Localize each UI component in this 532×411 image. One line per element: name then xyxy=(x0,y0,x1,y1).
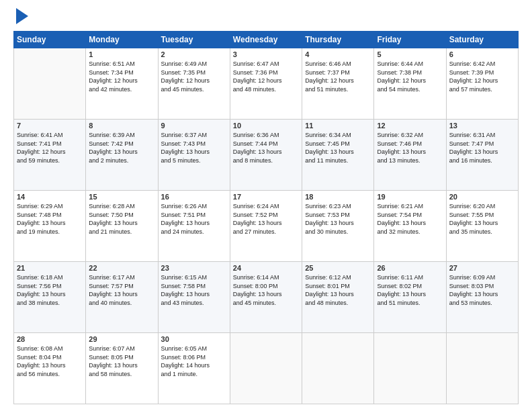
day-info: Sunrise: 6:11 AM Sunset: 8:02 PM Dayligh… xyxy=(377,273,443,307)
calendar-cell: 15Sunrise: 6:28 AM Sunset: 7:50 PM Dayli… xyxy=(86,191,158,262)
calendar-cell: 11Sunrise: 6:34 AM Sunset: 7:45 PM Dayli… xyxy=(302,120,374,191)
calendar-cell: 5Sunrise: 6:44 AM Sunset: 7:38 PM Daylig… xyxy=(374,48,446,120)
day-info: Sunrise: 6:31 AM Sunset: 7:47 PM Dayligh… xyxy=(449,131,515,165)
col-header-sunday: Sunday xyxy=(14,32,86,48)
calendar-cell: 9Sunrise: 6:37 AM Sunset: 7:43 PM Daylig… xyxy=(158,120,230,191)
calendar-body: 1Sunrise: 6:51 AM Sunset: 7:34 PM Daylig… xyxy=(14,48,519,404)
calendar-cell: 13Sunrise: 6:31 AM Sunset: 7:47 PM Dayli… xyxy=(446,120,518,191)
calendar-header: SundayMondayTuesdayWednesdayThursdayFrid… xyxy=(14,32,519,48)
day-number: 14 xyxy=(17,193,83,201)
calendar-cell xyxy=(302,333,374,404)
day-info: Sunrise: 6:07 AM Sunset: 8:05 PM Dayligh… xyxy=(89,345,154,378)
day-number: 30 xyxy=(161,335,227,343)
logo xyxy=(13,11,28,24)
day-number: 10 xyxy=(233,122,299,130)
calendar-cell: 10Sunrise: 6:36 AM Sunset: 7:44 PM Dayli… xyxy=(230,120,302,191)
calendar-cell xyxy=(446,333,518,404)
calendar-cell: 7Sunrise: 6:41 AM Sunset: 7:41 PM Daylig… xyxy=(14,120,86,191)
day-number: 12 xyxy=(377,122,443,130)
day-number: 8 xyxy=(89,122,154,130)
calendar-cell: 1Sunrise: 6:51 AM Sunset: 7:34 PM Daylig… xyxy=(86,48,158,120)
day-number: 11 xyxy=(305,122,371,130)
day-info: Sunrise: 6:15 AM Sunset: 7:58 PM Dayligh… xyxy=(161,273,227,307)
calendar-cell xyxy=(230,333,302,404)
calendar-cell: 20Sunrise: 6:20 AM Sunset: 7:55 PM Dayli… xyxy=(446,191,518,262)
day-number: 27 xyxy=(449,264,515,272)
calendar-cell xyxy=(14,48,86,120)
calendar-cell: 19Sunrise: 6:21 AM Sunset: 7:54 PM Dayli… xyxy=(374,191,446,262)
calendar-cell: 3Sunrise: 6:47 AM Sunset: 7:36 PM Daylig… xyxy=(230,48,302,120)
page: SundayMondayTuesdayWednesdayThursdayFrid… xyxy=(0,0,532,411)
day-info: Sunrise: 6:18 AM Sunset: 7:56 PM Dayligh… xyxy=(17,273,83,307)
calendar-cell: 23Sunrise: 6:15 AM Sunset: 7:58 PM Dayli… xyxy=(158,262,230,333)
day-info: Sunrise: 6:12 AM Sunset: 8:01 PM Dayligh… xyxy=(305,273,371,307)
calendar-cell: 29Sunrise: 6:07 AM Sunset: 8:05 PM Dayli… xyxy=(86,333,158,404)
day-number: 16 xyxy=(161,193,227,201)
calendar-cell: 18Sunrise: 6:23 AM Sunset: 7:53 PM Dayli… xyxy=(302,191,374,262)
day-info: Sunrise: 6:05 AM Sunset: 8:06 PM Dayligh… xyxy=(161,345,227,378)
day-number: 1 xyxy=(89,50,154,58)
day-info: Sunrise: 6:26 AM Sunset: 7:51 PM Dayligh… xyxy=(161,202,227,236)
day-info: Sunrise: 6:14 AM Sunset: 8:00 PM Dayligh… xyxy=(233,273,299,307)
calendar-cell: 21Sunrise: 6:18 AM Sunset: 7:56 PM Dayli… xyxy=(14,262,86,333)
day-info: Sunrise: 6:34 AM Sunset: 7:45 PM Dayligh… xyxy=(305,131,371,165)
day-info: Sunrise: 6:44 AM Sunset: 7:38 PM Dayligh… xyxy=(377,60,443,93)
calendar-cell: 22Sunrise: 6:17 AM Sunset: 7:57 PM Dayli… xyxy=(86,262,158,333)
day-info: Sunrise: 6:41 AM Sunset: 7:41 PM Dayligh… xyxy=(17,131,83,165)
day-info: Sunrise: 6:09 AM Sunset: 8:03 PM Dayligh… xyxy=(449,273,515,307)
day-number: 2 xyxy=(161,50,227,58)
day-number: 28 xyxy=(17,335,83,343)
day-number: 22 xyxy=(89,264,154,272)
day-info: Sunrise: 6:49 AM Sunset: 7:35 PM Dayligh… xyxy=(161,60,227,93)
day-number: 5 xyxy=(377,50,443,58)
col-header-friday: Friday xyxy=(374,32,446,48)
week-row-4: 21Sunrise: 6:18 AM Sunset: 7:56 PM Dayli… xyxy=(14,262,519,333)
day-number: 17 xyxy=(233,193,299,201)
day-number: 26 xyxy=(377,264,443,272)
day-info: Sunrise: 6:29 AM Sunset: 7:48 PM Dayligh… xyxy=(17,202,83,236)
calendar-cell: 17Sunrise: 6:24 AM Sunset: 7:52 PM Dayli… xyxy=(230,191,302,262)
day-info: Sunrise: 6:28 AM Sunset: 7:50 PM Dayligh… xyxy=(89,202,154,236)
day-info: Sunrise: 6:08 AM Sunset: 8:04 PM Dayligh… xyxy=(17,345,83,378)
day-info: Sunrise: 6:37 AM Sunset: 7:43 PM Dayligh… xyxy=(161,131,227,165)
day-number: 18 xyxy=(305,193,371,201)
day-number: 24 xyxy=(233,264,299,272)
calendar-cell: 27Sunrise: 6:09 AM Sunset: 8:03 PM Dayli… xyxy=(446,262,518,333)
day-number: 6 xyxy=(449,50,515,58)
calendar-cell: 14Sunrise: 6:29 AM Sunset: 7:48 PM Dayli… xyxy=(14,191,86,262)
day-number: 29 xyxy=(89,335,154,343)
day-number: 21 xyxy=(17,264,83,272)
day-info: Sunrise: 6:36 AM Sunset: 7:44 PM Dayligh… xyxy=(233,131,299,165)
day-number: 25 xyxy=(305,264,371,272)
day-info: Sunrise: 6:20 AM Sunset: 7:55 PM Dayligh… xyxy=(449,202,515,236)
logo-arrow-icon xyxy=(16,8,28,24)
day-info: Sunrise: 6:39 AM Sunset: 7:42 PM Dayligh… xyxy=(89,131,154,165)
day-number: 15 xyxy=(89,193,154,201)
day-number: 4 xyxy=(305,50,371,58)
day-info: Sunrise: 6:21 AM Sunset: 7:54 PM Dayligh… xyxy=(377,202,443,236)
col-header-tuesday: Tuesday xyxy=(158,32,230,48)
col-header-saturday: Saturday xyxy=(446,32,518,48)
week-row-1: 1Sunrise: 6:51 AM Sunset: 7:34 PM Daylig… xyxy=(14,48,519,120)
calendar-cell: 25Sunrise: 6:12 AM Sunset: 8:01 PM Dayli… xyxy=(302,262,374,333)
header xyxy=(13,11,519,24)
calendar-cell: 24Sunrise: 6:14 AM Sunset: 8:00 PM Dayli… xyxy=(230,262,302,333)
day-info: Sunrise: 6:46 AM Sunset: 7:37 PM Dayligh… xyxy=(305,60,371,93)
calendar-table: SundayMondayTuesdayWednesdayThursdayFrid… xyxy=(13,31,519,404)
week-row-5: 28Sunrise: 6:08 AM Sunset: 8:04 PM Dayli… xyxy=(14,333,519,404)
calendar-cell: 12Sunrise: 6:32 AM Sunset: 7:46 PM Dayli… xyxy=(374,120,446,191)
day-info: Sunrise: 6:24 AM Sunset: 7:52 PM Dayligh… xyxy=(233,202,299,236)
week-row-3: 14Sunrise: 6:29 AM Sunset: 7:48 PM Dayli… xyxy=(14,191,519,262)
day-number: 9 xyxy=(161,122,227,130)
calendar-cell: 28Sunrise: 6:08 AM Sunset: 8:04 PM Dayli… xyxy=(14,333,86,404)
day-number: 3 xyxy=(233,50,299,58)
calendar-cell: 8Sunrise: 6:39 AM Sunset: 7:42 PM Daylig… xyxy=(86,120,158,191)
calendar-cell: 30Sunrise: 6:05 AM Sunset: 8:06 PM Dayli… xyxy=(158,333,230,404)
day-number: 7 xyxy=(17,122,83,130)
day-info: Sunrise: 6:32 AM Sunset: 7:46 PM Dayligh… xyxy=(377,131,443,165)
calendar-cell xyxy=(374,333,446,404)
day-info: Sunrise: 6:42 AM Sunset: 7:39 PM Dayligh… xyxy=(449,60,515,93)
calendar-cell: 4Sunrise: 6:46 AM Sunset: 7:37 PM Daylig… xyxy=(302,48,374,120)
col-header-wednesday: Wednesday xyxy=(230,32,302,48)
day-number: 19 xyxy=(377,193,443,201)
